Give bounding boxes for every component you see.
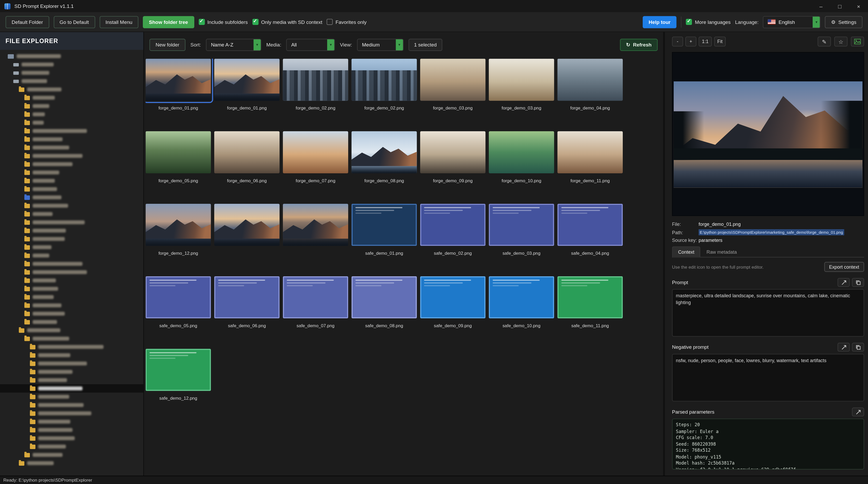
tree-item[interactable] [0, 243, 143, 251]
tree-item[interactable] [0, 301, 143, 310]
tree-item[interactable] [0, 368, 143, 376]
negative-expand-button[interactable] [838, 343, 849, 352]
include-subfolders-checkbox[interactable]: Include subfolders [198, 19, 248, 25]
tree-item[interactable] [0, 60, 143, 69]
zoom-fit-button[interactable]: Fit [714, 36, 726, 47]
tree-item[interactable] [0, 459, 143, 467]
tree-item[interactable] [0, 310, 143, 318]
go-to-default-button[interactable]: Go to Default [54, 16, 95, 28]
tree-item[interactable] [0, 351, 143, 360]
tree-item[interactable] [0, 384, 143, 393]
tree-item[interactable] [0, 77, 143, 85]
grid-item[interactable]: forge_demo_10.png [489, 131, 554, 184]
prompt-textarea[interactable]: masterpiece, ultra detailed landscape, s… [672, 289, 864, 337]
grid-item[interactable]: forge_demo_12.png [146, 204, 211, 256]
grid-item[interactable]: safe_demo_05.png [146, 276, 211, 329]
grid-item[interactable]: forge_demo_06.png [214, 131, 280, 184]
grid-item[interactable]: forge_demo_01.png [214, 59, 280, 111]
tree-item[interactable] [0, 376, 143, 385]
grid-item[interactable]: safe_demo_03.png [489, 204, 554, 256]
tree-item[interactable] [0, 102, 143, 110]
parsed-parameters-box[interactable]: Steps: 20 Sampler: Euler a CFG scale: 7.… [672, 419, 864, 470]
tree-item[interactable] [0, 118, 143, 127]
grid-item[interactable]: safe_demo_04.png [557, 204, 623, 256]
export-context-button[interactable]: Export context [824, 262, 864, 272]
tree-item[interactable] [0, 426, 143, 434]
tree-item[interactable] [0, 177, 143, 185]
tree-item[interactable] [0, 285, 143, 293]
tree-item[interactable] [0, 359, 143, 368]
grid-item[interactable]: forge_demo_04.png [557, 59, 623, 111]
tree-item[interactable] [0, 401, 143, 409]
grid-item[interactable]: safe_demo_01.png [351, 204, 417, 256]
minimize-button[interactable]: – [811, 0, 831, 12]
tree-item[interactable] [0, 251, 143, 260]
tree-item[interactable] [0, 418, 143, 426]
settings-button[interactable]: ⚙ Settings [825, 16, 863, 28]
grid-item[interactable]: forge_demo_03.png [420, 59, 486, 111]
grid-item[interactable]: safe_demo_09.png [420, 276, 486, 329]
show-folder-tree-button[interactable]: Show folder tree [143, 16, 194, 28]
tree-item[interactable] [0, 93, 143, 102]
tree-item[interactable] [0, 210, 143, 218]
grid-item[interactable]: safe_demo_11.png [557, 276, 623, 329]
language-select[interactable]: English ▾ [763, 16, 820, 28]
tree-item[interactable] [0, 260, 143, 268]
tree-item[interactable] [0, 293, 143, 301]
default-folder-button[interactable]: Default Folder [5, 16, 49, 28]
params-expand-button[interactable] [852, 407, 864, 417]
grid-item[interactable]: safe_demo_06.png [214, 276, 280, 329]
tree-item[interactable] [0, 168, 143, 177]
tree-item[interactable] [0, 85, 143, 94]
favorite-button[interactable]: ☆ [834, 36, 847, 47]
media-select[interactable]: All ▾ [286, 39, 335, 51]
grid-item[interactable]: safe_demo_10.png [489, 276, 554, 329]
grid-item[interactable] [214, 204, 280, 256]
tree-item[interactable] [0, 268, 143, 276]
zoom-in-button[interactable]: + [685, 36, 696, 47]
view-select[interactable]: Medium ▾ [357, 39, 404, 51]
grid-item[interactable]: forge_demo_05.png [146, 131, 211, 184]
more-languages-checkbox[interactable]: More languages [686, 19, 731, 25]
tree-item[interactable] [0, 393, 143, 401]
negative-copy-button[interactable] [852, 343, 864, 352]
tree-item[interactable] [0, 202, 143, 210]
tree-item[interactable] [0, 218, 143, 226]
edit-button[interactable]: ✎ [817, 36, 831, 47]
tree-item[interactable] [0, 326, 143, 335]
tree-item[interactable] [0, 127, 143, 135]
grid-item[interactable]: safe_demo_02.png [420, 204, 486, 256]
tree-item[interactable] [0, 68, 143, 77]
tab-context[interactable]: Context [672, 246, 701, 258]
tree-item[interactable] [0, 334, 143, 343]
zoom-actual-button[interactable]: 1:1 [699, 36, 712, 47]
grid-item[interactable]: forge_demo_09.png [420, 131, 486, 184]
grid-item[interactable]: safe_demo_12.png [146, 349, 211, 401]
prompt-copy-button[interactable] [852, 278, 864, 287]
only-sd-context-checkbox[interactable]: Only media with SD context [252, 19, 322, 25]
help-tour-button[interactable]: Help tour [643, 16, 677, 28]
tree-item[interactable] [0, 193, 143, 202]
tree-item[interactable] [0, 160, 143, 168]
new-folder-button[interactable]: New folder [149, 39, 185, 51]
grid-item[interactable]: forge_demo_03.png [489, 59, 554, 111]
open-image-button[interactable] [851, 36, 864, 47]
refresh-button[interactable]: ↻ Refresh [620, 39, 658, 51]
grid-item[interactable]: forge_demo_02.png [351, 59, 417, 111]
zoom-out-button[interactable]: - [672, 36, 683, 47]
tree-item[interactable] [0, 52, 143, 60]
tree-item[interactable] [0, 235, 143, 243]
tree-item[interactable] [0, 343, 143, 351]
maximize-button[interactable]: □ [831, 0, 849, 12]
grid-item[interactable]: safe_demo_08.png [351, 276, 417, 329]
tree-item[interactable] [0, 143, 143, 152]
grid-item[interactable] [283, 204, 348, 256]
grid-item[interactable]: forge_demo_02.png [283, 59, 348, 111]
tree-item[interactable] [0, 185, 143, 193]
grid-item[interactable]: forge_demo_11.png [557, 131, 623, 184]
tree-item[interactable] [0, 434, 143, 443]
favorites-only-checkbox[interactable]: Favorites only [327, 19, 367, 25]
preview-canvas[interactable] [672, 52, 864, 216]
install-menu-button[interactable]: Install Menu [99, 16, 138, 28]
tree-item[interactable] [0, 276, 143, 285]
